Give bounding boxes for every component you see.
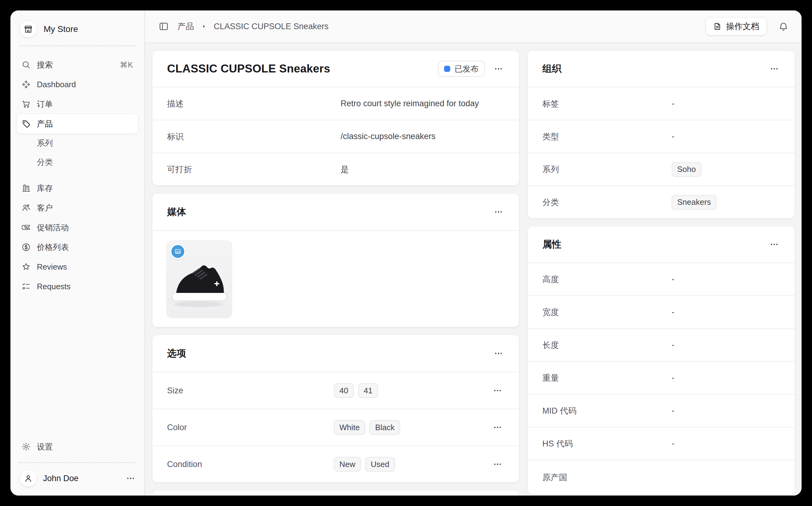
user-avatar bbox=[20, 470, 37, 487]
options-card-header: 选项 bbox=[152, 335, 519, 372]
sidebar-item-label: Requests bbox=[37, 282, 71, 291]
sidebar-item-label: Reviews bbox=[37, 262, 67, 272]
organize-card-title: 组织 bbox=[542, 62, 561, 75]
option-value-chip: 41 bbox=[358, 383, 378, 398]
row-label: 长度 bbox=[542, 340, 661, 351]
options-menu-ellipsis-button[interactable] bbox=[493, 348, 504, 359]
store-name: My Store bbox=[44, 24, 78, 34]
sidebar-item-collections[interactable]: 系列 bbox=[17, 134, 138, 153]
row-label: 高度 bbox=[542, 274, 661, 285]
search-shortcut: ⌘K bbox=[120, 61, 133, 69]
category-chip[interactable]: Sneakers bbox=[672, 195, 717, 210]
sidebar-divider-top bbox=[19, 46, 136, 47]
page-title: CLASSIC CUPSOLE Sneakers bbox=[167, 62, 330, 75]
options-card: 选项 Size 40 41 bbox=[152, 335, 519, 482]
row-label: 标签 bbox=[542, 98, 661, 109]
row-value: Retro court style reimagined for today bbox=[336, 99, 504, 108]
row-value: - bbox=[661, 439, 780, 448]
sidebar-item-customers[interactable]: 客户 bbox=[17, 198, 138, 218]
currency-dollar-icon bbox=[21, 243, 31, 252]
left-column: CLASSIC CUPSOLE Sneakers 已发布 描 bbox=[152, 51, 519, 496]
sidebar-item-categories[interactable]: 分类 bbox=[17, 153, 138, 172]
organize-card: 组织 标签 - 类型 - bbox=[527, 51, 795, 218]
option-size-ellipsis-button[interactable] bbox=[491, 385, 504, 396]
media-thumbnail[interactable] bbox=[167, 241, 232, 317]
row-label: 类型 bbox=[542, 131, 661, 142]
star-icon bbox=[21, 262, 31, 271]
sidebar-item-products[interactable]: 产品 bbox=[17, 114, 138, 134]
checklist-icon bbox=[21, 282, 31, 291]
sidebar-item-label: 分类 bbox=[37, 157, 53, 168]
attribute-row-hs-code: HS 代码 - bbox=[527, 427, 795, 459]
sidebar-bottom: 设置 John Doe bbox=[17, 437, 138, 496]
attributes-card-title: 属性 bbox=[542, 238, 561, 251]
row-value: - bbox=[661, 373, 780, 383]
sidebar-item-search[interactable]: 搜索 ⌘K bbox=[17, 55, 138, 75]
row-label: 系列 bbox=[542, 164, 661, 175]
collection-chip[interactable]: Soho bbox=[672, 162, 702, 177]
attribute-row-mid-code: MID 代码 - bbox=[527, 394, 795, 427]
option-condition-ellipsis-button[interactable] bbox=[491, 458, 504, 470]
user-menu-ellipsis-icon[interactable] bbox=[126, 474, 135, 483]
sidebar-item-dashboard[interactable]: Dashboard bbox=[17, 75, 138, 94]
next-card-partial bbox=[152, 490, 519, 496]
option-value-chip: 40 bbox=[334, 383, 354, 398]
organize-card-header: 组织 bbox=[527, 51, 795, 87]
product-card: CLASSIC CUPSOLE Sneakers 已发布 描 bbox=[152, 51, 519, 185]
sidebar-item-reviews[interactable]: Reviews bbox=[17, 257, 138, 277]
sidebar-item-label: 促销活动 bbox=[37, 222, 69, 233]
organize-row-type: 类型 - bbox=[527, 120, 795, 153]
sidebar-item-promotions[interactable]: 促销活动 bbox=[17, 218, 138, 237]
option-value-chip: Black bbox=[370, 420, 400, 435]
docs-button[interactable]: 操作文档 bbox=[706, 17, 766, 35]
product-row-description: 描述 Retro court style reimagined for toda… bbox=[152, 87, 519, 120]
store-switcher[interactable]: My Store bbox=[17, 10, 138, 40]
organize-menu-ellipsis-button[interactable] bbox=[768, 63, 780, 75]
sidebar-divider-bottom bbox=[19, 462, 136, 463]
breadcrumb-section[interactable]: 产品 bbox=[177, 21, 194, 32]
cart-icon bbox=[21, 99, 31, 109]
product-menu-ellipsis-button[interactable] bbox=[493, 63, 504, 75]
attributes-menu-ellipsis-button[interactable] bbox=[768, 239, 780, 250]
row-label: Color bbox=[167, 423, 329, 432]
user-menu[interactable]: John Doe bbox=[17, 469, 138, 491]
row-label: HS 代码 bbox=[542, 438, 661, 449]
building-icon bbox=[21, 184, 31, 193]
users-icon bbox=[21, 203, 31, 213]
attributes-card: 属性 高度 - 宽度 - bbox=[527, 226, 795, 494]
sidebar-item-inventory[interactable]: 库存 bbox=[17, 178, 138, 198]
sidebar-item-requests[interactable]: Requests bbox=[17, 277, 138, 296]
row-label: 重量 bbox=[542, 372, 661, 384]
notifications-bell-button[interactable] bbox=[777, 20, 790, 33]
media-card: 媒体 bbox=[152, 193, 519, 327]
status-dot-icon bbox=[444, 66, 450, 72]
attribute-row-width: 宽度 - bbox=[527, 296, 795, 328]
row-label: 分类 bbox=[542, 197, 661, 208]
sidebar-item-orders[interactable]: 订单 bbox=[17, 94, 138, 114]
search-icon bbox=[21, 60, 31, 69]
sidebar: My Store 搜索 ⌘K Dashboard bbox=[10, 10, 145, 496]
thumbnail-badge-image-icon bbox=[171, 245, 184, 258]
row-value: - bbox=[661, 132, 780, 141]
tag-icon bbox=[21, 119, 31, 129]
sidebar-item-label: Dashboard bbox=[37, 80, 76, 89]
row-label: Condition bbox=[167, 459, 329, 469]
row-value: - bbox=[661, 307, 780, 317]
option-color-ellipsis-button[interactable] bbox=[491, 422, 504, 433]
sidebar-toggle-button[interactable] bbox=[157, 20, 170, 33]
row-value: - bbox=[661, 340, 780, 350]
row-label: 描述 bbox=[167, 98, 336, 109]
row-label: Size bbox=[167, 386, 329, 396]
option-value-chip: New bbox=[334, 457, 361, 472]
option-row-condition: Condition New Used bbox=[152, 445, 519, 482]
sidebar-item-settings[interactable]: 设置 bbox=[17, 437, 138, 456]
sidebar-item-label: 客户 bbox=[37, 203, 53, 214]
content: CLASSIC CUPSOLE Sneakers 已发布 描 bbox=[145, 43, 802, 496]
option-value-chip: White bbox=[334, 420, 365, 435]
product-card-header: CLASSIC CUPSOLE Sneakers 已发布 bbox=[152, 51, 519, 87]
media-card-title: 媒体 bbox=[167, 205, 186, 218]
sidebar-item-price-lists[interactable]: 价格列表 bbox=[17, 237, 138, 257]
attributes-card-header: 属性 bbox=[527, 226, 795, 262]
media-menu-ellipsis-button[interactable] bbox=[493, 206, 504, 218]
nav-group-gap bbox=[17, 172, 138, 178]
